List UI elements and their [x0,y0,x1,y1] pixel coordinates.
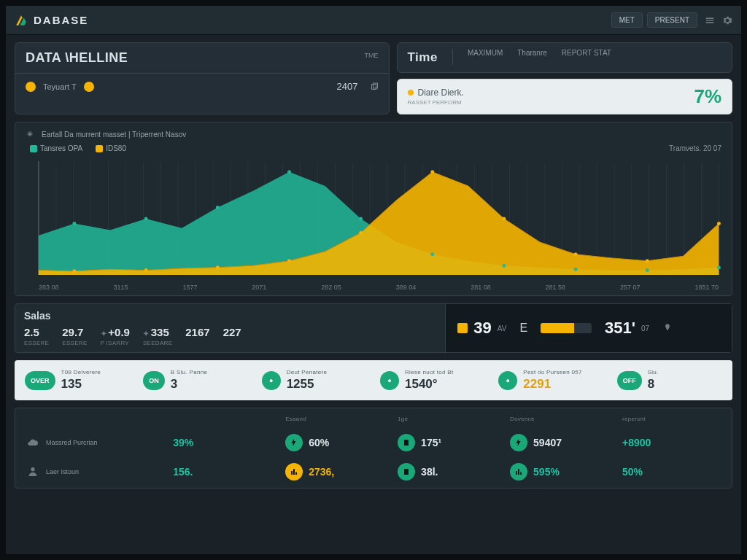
chart-header: Eartall Da murrent masset | Triperrent N… [26,130,721,139]
sales-mid-label: E [519,322,527,335]
sales-right: 39 AV E 351' 07 [445,304,732,352]
topbar-button-present[interactable]: PRESENT [647,12,697,28]
svg-point-48 [359,217,363,221]
dark-stats-grid: Esaand1geDovencerepersntMassred Purcrian… [15,408,732,489]
svg-point-49 [430,253,434,257]
dot-icon [408,90,414,96]
sales-big-1: 39 AV [457,319,506,338]
metric-icon [510,463,527,481]
copy-icon[interactable] [370,82,379,91]
svg-point-56 [216,266,220,270]
svg-point-55 [144,268,148,272]
badge-icon: ● [262,371,281,390]
light-cell[interactable]: OFFSlu.8 [613,368,727,393]
light-metric-row: OVERT08 Delverere135ONB Slu. Panne3●Deut… [15,360,732,400]
svg-point-47 [287,171,291,174]
chart-area[interactable] [26,155,721,279]
card-pill-label: Teyuart T [43,82,77,91]
sales-cell: 227 [223,326,241,346]
legend-series-a[interactable]: Tansres OPA [30,144,82,152]
sales-cell: 335SEEDARE [143,326,172,346]
grid-row-lead: Massred Purcrian [20,434,166,451]
x-tick: 1577 [182,284,197,291]
topbar: DABASE MET PRESENT [6,6,741,35]
light-cell[interactable]: ●Deut Penatere1255 [258,368,371,393]
card-percent-value: 7% [694,85,721,108]
x-tick: 389 04 [396,284,417,291]
card-percent[interactable]: Diare Dierk. RASSET PERFORM 7% [397,79,732,114]
light-cell[interactable]: ●Riese nuot tod Bt1540° [376,368,489,393]
x-tick: 257 07 [620,284,640,291]
card-percent-label: Diare Dierk. [408,88,464,98]
svg-point-54 [72,270,76,273]
sales-title: Salas [24,310,436,322]
card-title: DATA \HELLINE [26,50,379,66]
svg-point-50 [502,264,506,268]
brand-text: DABASE [34,14,88,26]
svg-point-59 [430,171,434,174]
grid-cell: 39% [166,434,278,451]
status-dot-icon [26,82,36,92]
card-corner-tag: TME [365,52,379,59]
settings-icon[interactable] [722,15,732,26]
topbar-button-met[interactable]: MET [611,12,643,28]
badge: ON [143,371,165,390]
sales-cell: 2167 [185,326,209,346]
card-time[interactable]: Time MAXIMUM Tharanre REPORT STAT [397,42,732,73]
svg-rect-66 [404,469,409,475]
app-root: DABASE MET PRESENT DATA \HELLINE TME Tey… [0,0,747,560]
grid-cell: 60% [278,434,390,451]
svg-point-53 [717,266,721,270]
metric-icon [398,463,415,481]
square-icon [457,323,468,333]
menu-icon[interactable] [705,15,715,26]
svg-point-63 [717,222,721,225]
grid-cell: +8900 [615,434,727,451]
svg-point-60 [502,217,506,221]
metric-icon [510,434,527,451]
tab-maximum[interactable]: MAXIMUM [468,49,503,65]
badge-icon: ● [498,371,517,390]
chart-header-text: Eartall Da murrent masset | Triperrent N… [42,131,186,139]
card-data-helline[interactable]: DATA \HELLINE TME Teyuart T 2407 [15,42,390,114]
gear-icon[interactable] [26,130,34,139]
sales-cell: 29.7ESSERE [62,326,87,346]
grid-cell: 595% [503,463,615,481]
x-tick: 1851 70 [694,284,719,291]
grid-col-header: Dovence [503,416,615,422]
svg-point-62 [646,260,649,263]
metric-icon [285,463,303,481]
x-tick: 3115 [113,284,128,291]
card-time-title: Time [408,50,438,65]
light-cell[interactable]: ●Pest do Purseen 0572291 [494,368,608,393]
grid-col-header: Esaand [278,416,390,422]
svg-point-52 [646,268,649,272]
grid-cell: 2736, [278,463,390,481]
grid-cell: 156. [166,463,278,481]
sales-left: Salas 2.5ESSERE29.7ESSERE+0.9P ISARRY335… [15,304,445,352]
sales-strip: Salas 2.5ESSERE29.7ESSERE+0.9P ISARRY335… [15,303,732,353]
grid-row-lead: Laer Istoun [20,463,166,481]
tab-report[interactable]: REPORT STAT [562,49,611,65]
svg-point-46 [216,206,220,209]
tab-tharanre[interactable]: Tharanre [517,49,547,65]
grid-cell: 50% [615,463,727,481]
svg-point-51 [574,268,578,271]
x-tick: 2071 [252,284,266,291]
logo-icon [15,14,28,27]
svg-rect-64 [404,440,409,446]
x-tick: 283 08 [39,284,59,291]
x-tick: 281 08 [471,284,491,291]
svg-point-45 [144,217,148,221]
svg-point-58 [359,231,363,235]
legend-series-b[interactable]: IDS80 [96,144,126,152]
metric-icon [398,434,415,451]
card-value: 2407 [337,81,358,92]
light-cell[interactable]: ONB Slu. Panne3 [139,368,252,393]
pin-icon[interactable] [662,323,673,333]
card-time-tabs: MAXIMUM Tharanre REPORT STAT [452,49,611,65]
cloud-icon [27,437,39,448]
light-cell[interactable]: OVERT08 Delverere135 [20,368,134,393]
x-tick: 282 05 [321,284,341,291]
person-icon [27,466,39,478]
